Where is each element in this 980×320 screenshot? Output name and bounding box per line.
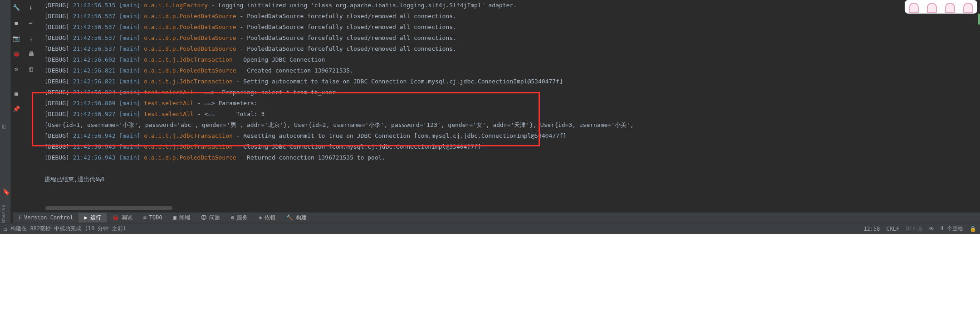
deps-icon: ❖ — [259, 214, 262, 221]
eye-icon[interactable]: 👁 — [929, 226, 934, 232]
bottom-tool-tabs: ᚼVersion Control ▶运行 🐞调试 ≡TODO ▣终端 ⓵问题 ⚙… — [13, 212, 980, 223]
bug-icon: 🐞 — [112, 214, 119, 221]
hammer-icon: 🔨 — [286, 214, 293, 221]
mascot-widget — [905, 0, 977, 14]
terminal-icon: ▣ — [173, 214, 176, 221]
services-icon: ⚙ — [231, 214, 234, 221]
status-indent[interactable]: 4 个空格 — [941, 225, 963, 233]
green-accent — [978, 14, 980, 24]
stop-icon[interactable]: ◼ — [13, 19, 20, 26]
pin-icon[interactable]: 📌 — [13, 105, 20, 112]
log-line: [DEBUG] 21:42:56.821 [main] o.a.i.t.j.Jd… — [44, 76, 977, 87]
exit-line: 进程已结束,退出代码0 — [44, 174, 977, 185]
log-line: [DEBUG] 21:42:56.824 [main] test.selectA… — [44, 87, 977, 98]
bug-icon[interactable]: 🐞 — [13, 50, 20, 57]
status-line-ending[interactable]: CRLF — [887, 226, 900, 232]
log-line: [DEBUG] 21:42:56.927 [main] test.selectA… — [44, 109, 977, 120]
layout-icon[interactable]: ▦ — [13, 90, 20, 97]
log-line: [DEBUG] 21:42:56.537 [main] o.a.i.d.p.Po… — [44, 22, 977, 33]
log-line: [DEBUG] 21:42:56.537 [main] o.a.i.d.p.Po… — [44, 44, 977, 54]
tab-version-control[interactable]: ᚼVersion Control — [13, 213, 78, 223]
tab-todo[interactable]: ≡TODO — [138, 213, 168, 223]
scroll-to-end-icon[interactable]: ⤓ — [27, 34, 34, 42]
branch-icon: ᚼ — [18, 214, 21, 221]
page-background — [0, 234, 980, 320]
log-line: [DEBUG] 21:42:56.943 [main] o.a.i.t.j.Jd… — [44, 141, 977, 152]
tab-services[interactable]: ⚙服务 — [225, 213, 253, 223]
tab-terminal[interactable]: ▣终端 — [168, 213, 196, 223]
log-line: [DEBUG] 21:42:56.942 [main] o.a.i.t.j.Jd… — [44, 131, 977, 141]
trash-icon[interactable]: 🗑 — [27, 65, 34, 73]
camera-icon[interactable]: 📷 — [13, 34, 20, 42]
log-line: [DEBUG] 21:42:56.869 [main] test.selectA… — [44, 98, 977, 109]
tab-debug[interactable]: 🐞调试 — [107, 213, 138, 223]
horizontal-scrollbar[interactable] — [45, 206, 172, 210]
bookmark-icon[interactable]: 🔖 — [2, 188, 10, 195]
tab-dependencies[interactable]: ❖依赖 — [253, 213, 281, 223]
print-icon[interactable]: 🖶 — [27, 50, 34, 57]
run-toolbar-secondary: ↓ ↩ ⤓ 🖶 🗑 — [27, 0, 40, 73]
tab-build[interactable]: 🔨构建 — [281, 213, 312, 223]
log-line: [DEBUG] 21:42:56.821 [main] o.a.i.d.p.Po… — [44, 65, 977, 76]
log-line: [DEBUG] 21:42:56.515 [main] o.a.i.l.LogF… — [44, 0, 977, 11]
build-status-text: 构建在 882毫秒 中成功完成 (10 分钟 之前) — [10, 225, 126, 233]
structure-icon[interactable]: ◧ — [2, 122, 5, 130]
list-icon: ≡ — [143, 214, 147, 221]
log-line: [DEBUG] 21:42:56.943 [main] o.a.i.d.p.Po… — [44, 152, 977, 163]
exit-icon[interactable]: ⎋ — [13, 65, 20, 73]
console-output[interactable]: [DEBUG] 21:42:56.515 [main] o.a.i.l.LogF… — [42, 0, 980, 208]
status-bar: ◻ 构建在 882毫秒 中成功完成 (10 分钟 之前) 12:58 CRLF … — [0, 223, 980, 234]
log-line: [DEBUG] 21:42:56.537 [main] o.a.i.d.p.Po… — [44, 11, 977, 22]
log-line: [User{id=1, username='小张', password='abc… — [44, 120, 977, 131]
wrench-icon[interactable]: 🔧 — [13, 4, 20, 11]
log-line: [DEBUG] 21:42:56.537 [main] o.a.i.d.p.Po… — [44, 33, 977, 44]
tab-run[interactable]: ▶运行 — [78, 213, 106, 223]
status-encoding[interactable]: UTF-8 — [906, 226, 922, 232]
warning-icon: ⓵ — [201, 214, 206, 221]
tab-problems[interactable]: ⓵问题 — [196, 213, 225, 223]
status-time[interactable]: 12:58 — [863, 226, 880, 232]
soft-wrap-icon[interactable]: ↩ — [27, 19, 34, 26]
status-icon: ◻ — [4, 226, 7, 232]
download-icon[interactable]: ↓ — [27, 4, 34, 11]
run-toolbar-primary: 🔧 ◼ 📷 🐞 ⎋ ▦ 📌 — [13, 0, 25, 112]
log-line: [DEBUG] 21:42:56.602 [main] o.a.i.t.j.Jd… — [44, 54, 977, 65]
play-icon: ▶ — [84, 214, 87, 221]
lock-icon[interactable]: 🔒 — [970, 226, 976, 232]
